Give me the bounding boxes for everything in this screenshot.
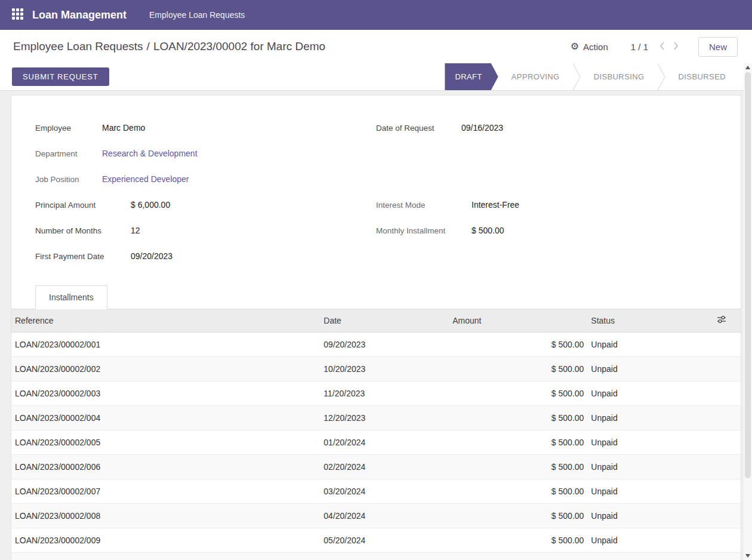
cell-amount: $ 500.00 (449, 528, 587, 552)
column-header-reference[interactable]: Reference (11, 309, 320, 332)
table-row[interactable]: LOAN/2023/00002/008 04/20/2024 $ 500.00 … (11, 503, 741, 528)
pager-value[interactable]: 1 / 1 (631, 42, 648, 52)
new-button[interactable]: New (698, 37, 738, 57)
field-department: Department Research & Development (35, 147, 376, 163)
control-panel: Employee Loan Requests/LOAN/2023/00002 f… (0, 30, 752, 63)
field-label-employee: Employee (35, 122, 102, 134)
gear-icon: ⚙ (571, 42, 579, 51)
table-row[interactable]: LOAN/2023/00002/006 02/20/2024 $ 500.00 … (11, 454, 741, 479)
scroll-up-icon[interactable] (744, 63, 752, 72)
app-name[interactable]: Loan Management (32, 9, 127, 21)
field-label-department: Department (35, 147, 102, 160)
optional-columns-icon (717, 317, 726, 326)
table-row[interactable]: LOAN/2023/00002/002 10/20/2023 $ 500.00 … (11, 356, 741, 381)
breadcrumb: Employee Loan Requests/LOAN/2023/00002 f… (13, 40, 325, 53)
field-label-interest-mode: Interest Mode (376, 199, 471, 211)
cell-reference: LOAN/2023/00002/005 (11, 430, 320, 454)
chevron-separator-icon (658, 63, 665, 90)
cell-reference: LOAN/2023/00002/004 (11, 405, 320, 430)
content-area: Employee Marc Demo Department Research &… (0, 91, 752, 560)
field-employee: Employee Marc Demo (35, 122, 376, 137)
cell-status: Unpaid (587, 552, 712, 560)
table-row[interactable]: LOAN/2023/00002/003 11/20/2023 $ 500.00 … (11, 381, 741, 405)
field-first-payment-date: First Payment Date 09/20/2023 (35, 250, 376, 266)
apps-grid-icon (12, 8, 24, 22)
statusbar-step-draft[interactable]: DRAFT (445, 63, 498, 90)
cell-amount: $ 500.00 (449, 430, 587, 454)
statusbar-step-disbursed[interactable]: DISBURSED (665, 63, 739, 90)
cell-amount: $ 500.00 (449, 479, 587, 503)
notebook-tabs: Installments (11, 285, 741, 309)
chevron-separator-icon (573, 63, 581, 90)
cell-date: 10/20/2023 (320, 356, 449, 381)
action-menu-button[interactable]: ⚙ Action (571, 42, 608, 52)
principal-amount-value[interactable]: $ 6,000.00 (131, 199, 170, 211)
navbar-menu-item-employee-loan-requests[interactable]: Employee Loan Requests (149, 10, 245, 20)
cell-status: Unpaid (587, 332, 712, 356)
cell-amount: $ 500.00 (449, 503, 587, 528)
monthly-installment-value: $ 500.00 (471, 224, 504, 236)
field-label-first-payment-date: First Payment Date (35, 250, 131, 263)
table-row[interactable]: LOAN/2023/00002/001 09/20/2023 $ 500.00 … (11, 332, 741, 356)
table-row[interactable]: LOAN/2023/00002/010 06/20/2024 $ 500.00 … (11, 552, 741, 560)
field-principal-amount: Principal Amount $ 6,000.00 (35, 199, 376, 214)
optional-columns-button[interactable] (716, 313, 728, 327)
table-header-row: Reference Date Amount Status (11, 309, 741, 332)
cell-amount: $ 500.00 (449, 552, 587, 560)
column-header-amount[interactable]: Amount (449, 309, 587, 332)
statusbar-step-approving[interactable]: APPROVING (498, 63, 573, 90)
cell-date: 09/20/2023 (320, 332, 449, 356)
interest-mode-value[interactable]: Interest-Free (471, 199, 519, 211)
department-link[interactable]: Research & Development (102, 147, 198, 159)
field-label-job-position: Job Position (35, 173, 102, 186)
column-header-date[interactable]: Date (320, 309, 449, 332)
cell-amount: $ 500.00 (449, 405, 587, 430)
action-menu-label: Action (583, 42, 608, 52)
status-steps: DRAFT APPROVING DISBURSING DISBURSED (445, 63, 739, 90)
table-row[interactable]: LOAN/2023/00002/004 12/20/2023 $ 500.00 … (11, 405, 741, 430)
tab-installments[interactable]: Installments (35, 285, 107, 309)
field-label-number-of-months: Number of Months (35, 224, 131, 237)
table-row[interactable]: LOAN/2023/00002/007 03/20/2024 $ 500.00 … (11, 479, 741, 503)
form-sheet: Employee Marc Demo Department Research &… (11, 95, 741, 560)
cell-amount: $ 500.00 (449, 356, 587, 381)
field-number-of-months: Number of Months 12 (35, 224, 376, 240)
pager-next-button[interactable] (671, 39, 680, 54)
scroll-down-icon[interactable] (744, 552, 752, 560)
submit-request-button[interactable]: SUBMIT REQUEST (12, 67, 109, 86)
field-label-monthly-installment: Monthly Installment (376, 224, 471, 237)
vertical-scrollbar[interactable] (744, 63, 752, 560)
cell-date: 03/20/2024 (320, 479, 449, 503)
statusbar: SUBMIT REQUEST DRAFT APPROVING DISBURSIN… (0, 63, 752, 91)
first-payment-date-value[interactable]: 09/20/2023 (131, 250, 172, 262)
breadcrumb-parent-link[interactable]: Employee Loan Requests (13, 40, 143, 53)
job-position-link[interactable]: Experienced Developer (102, 173, 189, 185)
cell-date: 06/20/2024 (320, 552, 449, 560)
cell-status: Unpaid (587, 503, 712, 528)
top-navbar: Loan Management Employee Loan Requests (0, 0, 752, 30)
table-row[interactable]: LOAN/2023/00002/005 01/20/2024 $ 500.00 … (11, 430, 741, 454)
breadcrumb-separator: / (147, 40, 150, 53)
field-date-of-request: Date of Request 09/16/2023 (376, 122, 717, 137)
pager-prev-button[interactable] (658, 39, 667, 54)
apps-menu-button[interactable] (12, 8, 24, 22)
employee-value[interactable]: Marc Demo (102, 122, 145, 134)
cell-status: Unpaid (587, 381, 712, 405)
table-row[interactable]: LOAN/2023/00002/009 05/20/2024 $ 500.00 … (11, 528, 741, 552)
field-monthly-installment: Monthly Installment $ 500.00 (376, 224, 717, 240)
cell-amount: $ 500.00 (449, 332, 587, 356)
number-of-months-value[interactable]: 12 (131, 224, 140, 236)
cell-status: Unpaid (587, 356, 712, 381)
chevron-left-icon (659, 41, 665, 53)
date-of-request-value[interactable]: 09/16/2023 (461, 122, 503, 134)
column-header-status[interactable]: Status (587, 309, 712, 332)
field-label-date-of-request: Date of Request (376, 122, 461, 134)
scrollbar-thumb[interactable] (745, 72, 751, 478)
statusbar-step-disbursing[interactable]: DISBURSING (581, 63, 658, 90)
cell-status: Unpaid (587, 528, 712, 552)
cell-date: 02/20/2024 (320, 454, 449, 479)
field-job-position: Job Position Experienced Developer (35, 173, 376, 189)
chevron-right-icon (673, 41, 679, 53)
installments-table: Reference Date Amount Status (11, 309, 741, 560)
cell-status: Unpaid (587, 479, 712, 503)
